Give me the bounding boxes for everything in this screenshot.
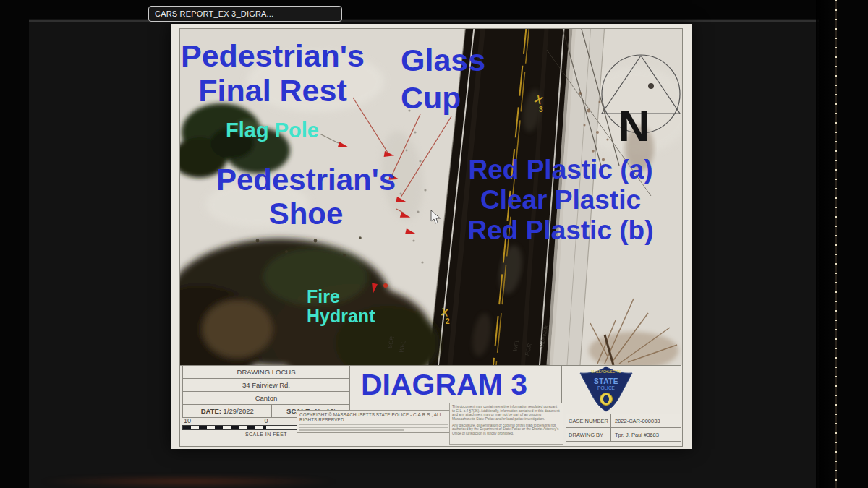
badge-text-top: MASSACHUSETTS: [592, 370, 621, 374]
locus-town: Canton: [182, 392, 350, 405]
label-line: Glass: [401, 41, 485, 79]
label-glass-cup: Glass Cup: [401, 41, 485, 117]
scalebar-left: 10: [184, 417, 191, 424]
tab-title: CARS REPORT_EX 3_DIGRA...: [155, 9, 273, 18]
locus-address: 34 Fairview Rd.: [182, 379, 350, 392]
label-line: Pedestrian's: [216, 163, 396, 197]
label-line: Fire: [307, 287, 375, 307]
badge-text-bottom: POLICE: [597, 385, 616, 390]
state-police-badge: MASSACHUSETTS STATE POLICE: [577, 366, 635, 414]
paint-mark-3: 3: [539, 106, 543, 114]
compass-n-letter: N: [618, 102, 650, 150]
badge-text-mid: STATE: [594, 377, 618, 385]
label-plastics: Red Plastic (a) Clear Plastic Red Plasti…: [446, 155, 676, 245]
blind-cord: [835, 0, 837, 488]
label-red-plastic-b: Red Plastic (b): [446, 215, 676, 246]
label-line: Shoe: [216, 197, 396, 231]
label-line: Cup: [401, 79, 485, 116]
label-line: Pedestrian's: [178, 38, 367, 73]
copyright-text: COPYRIGHT © MASSACHUSETTS STATE POLICE -…: [299, 412, 448, 422]
diagram-title: DIAGRAM 3: [357, 369, 531, 402]
disclaimer-paragraph-1: This document may contain sensitive info…: [452, 405, 561, 421]
scalebar-center: 0: [264, 417, 268, 424]
copyright-block: COPYRIGHT © MASSACHUSETTS STATE POLICE -…: [297, 410, 451, 433]
mouse-cursor: [430, 210, 441, 225]
window-title-tab[interactable]: CARS REPORT_EX 3_DIGRA...: [148, 6, 342, 22]
case-number-label: CASE NUMBER: [566, 414, 611, 427]
case-info-table: CASE NUMBER 2022-CAR-000033 DRAWING BY T…: [566, 414, 681, 442]
label-line: Hydrant: [307, 307, 375, 326]
date-value: 1/29/2022: [224, 405, 254, 417]
label-red-plastic-a: Red Plastic (a): [446, 155, 676, 185]
date-label: DATE:: [201, 407, 221, 415]
label-fire-hydrant: Fire Hydrant: [307, 287, 375, 326]
drawing-by-label: DRAWING BY: [566, 428, 611, 441]
case-number-value: 2022-CAR-000033: [611, 418, 660, 424]
disclaimer-paragraph-2: Any disclosure, dissemination or copying…: [452, 424, 561, 436]
monitor-edge-shadow: [816, 0, 835, 488]
label-pedestrians-shoe: Pedestrian's Shoe: [216, 163, 396, 231]
locus-header: DRAWING LOCUS: [182, 365, 350, 379]
fire-hydrant-dot: [383, 283, 388, 288]
drawing-by-value: Tpr. J. Paul #3683: [611, 432, 659, 438]
window-blinds: [816, 0, 868, 488]
drawing-toolbar: ▶ × ↑↓ ↶ + ◀: [29, 455, 819, 484]
label-clear-plastic: Clear Plastic: [446, 185, 676, 215]
label-pedestrians-final-rest: Pedestrian's Final Rest: [178, 38, 367, 108]
label-flag-pole: Flag Pole: [226, 119, 319, 142]
diagram-page: N: [171, 24, 692, 449]
photo-of-monitor: CARS REPORT_EX 3_DIGRA...: [0, 0, 868, 488]
disclaimer-block: This document may contain sensitive info…: [449, 403, 563, 445]
paint-mark-2: 2: [446, 317, 450, 325]
window-top-edge: [29, 20, 819, 22]
label-line: Final Rest: [178, 73, 367, 108]
